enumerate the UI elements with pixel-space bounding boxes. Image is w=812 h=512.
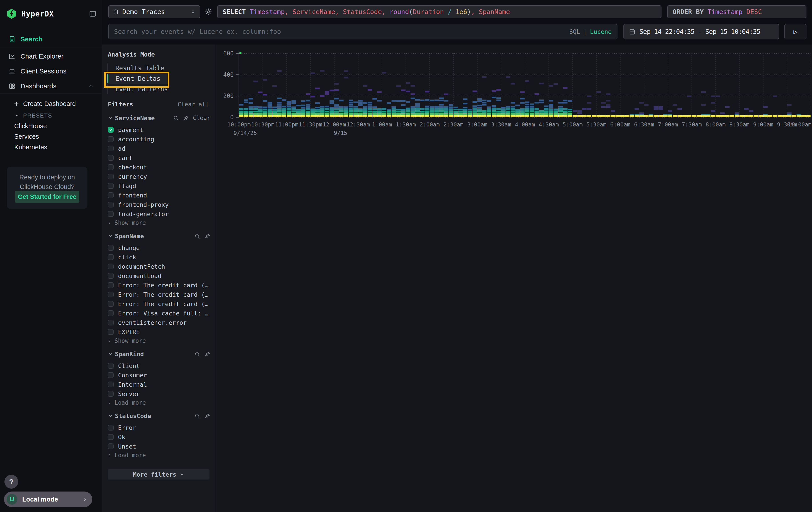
search-icon[interactable] xyxy=(194,413,200,419)
sql-mode-button[interactable]: SQL xyxy=(569,28,580,35)
filter-group-header-spankind[interactable]: SpanKind xyxy=(108,351,210,357)
filter-option-payment[interactable]: payment xyxy=(102,125,215,134)
filter-group-header-statuscode[interactable]: StatusCode xyxy=(108,413,210,419)
checkbox[interactable] xyxy=(108,183,114,189)
svg-text:3:30am: 3:30am xyxy=(491,121,511,128)
sidebar-subitem-kubernetes[interactable]: Kubernetes xyxy=(0,142,102,152)
search-icon[interactable] xyxy=(194,233,200,239)
help-button[interactable]: ? xyxy=(4,475,18,489)
filter-option-label: Error: The credit card (… xyxy=(118,300,208,307)
filter-option-frontend-proxy[interactable]: frontend-proxy xyxy=(102,200,215,209)
run-query-button[interactable]: ▷ xyxy=(784,24,807,39)
filter-group-header-servicename[interactable]: ServiceNameClear xyxy=(108,115,210,121)
filter-option-load-generator[interactable]: load-generator xyxy=(102,209,215,219)
clear-group-button[interactable]: Clear xyxy=(193,115,210,121)
filter-option-cart[interactable]: cart xyxy=(102,153,215,162)
checkbox[interactable] xyxy=(108,301,114,307)
filter-option-server[interactable]: Server xyxy=(102,389,215,399)
filter-option-client[interactable]: Client xyxy=(102,361,215,371)
filter-option-error-the-credit-card-[interactable]: Error: The credit card (… xyxy=(102,290,215,299)
sql-select-input[interactable]: SELECT Timestamp, ServiceName, StatusCod… xyxy=(217,5,662,18)
checkbox[interactable] xyxy=(108,320,114,325)
show-more-spanname[interactable]: Show more xyxy=(102,336,215,345)
checkbox[interactable] xyxy=(108,273,114,279)
data-source-select[interactable]: Demo Traces xyxy=(108,5,200,18)
filter-option-consumer[interactable]: Consumer xyxy=(102,371,215,380)
sidebar-item-client-sessions[interactable]: Client Sessions xyxy=(0,66,102,77)
checkbox[interactable] xyxy=(108,136,114,142)
pin-icon[interactable] xyxy=(183,115,189,121)
analysis-mode-event-deltas[interactable]: Event Deltas xyxy=(107,74,168,84)
checkbox[interactable] xyxy=(108,192,114,198)
filter-group-header-spanname[interactable]: SpanName xyxy=(108,233,210,239)
checkbox[interactable] xyxy=(108,127,114,133)
sidebar-subitem-services[interactable]: Services xyxy=(0,131,102,141)
pin-icon[interactable] xyxy=(204,413,210,419)
checkbox[interactable] xyxy=(108,254,114,260)
checkbox[interactable] xyxy=(108,391,114,397)
checkbox[interactable] xyxy=(108,443,114,449)
checkbox[interactable] xyxy=(108,292,114,297)
checkbox[interactable] xyxy=(108,434,114,440)
pin-icon[interactable] xyxy=(204,233,210,239)
more-filters-button[interactable]: More filters xyxy=(108,469,209,480)
filter-option-accounting[interactable]: accounting xyxy=(102,134,215,144)
checkbox[interactable] xyxy=(108,329,114,335)
checkbox[interactable] xyxy=(108,425,114,431)
filter-option-documentload[interactable]: documentLoad xyxy=(102,271,215,280)
sidebar-item-chart-explorer[interactable]: Chart Explorer xyxy=(0,51,102,62)
filter-option-expire[interactable]: EXPIRE xyxy=(102,327,215,336)
filter-option-frontend[interactable]: frontend xyxy=(102,191,215,200)
checkbox[interactable] xyxy=(108,381,114,387)
show-more-servicename[interactable]: Show more xyxy=(102,219,215,227)
checkbox[interactable] xyxy=(108,211,114,217)
order-by-input[interactable]: ORDER BY Timestamp DESC xyxy=(667,5,807,18)
sidebar-item-search[interactable]: Search xyxy=(0,34,102,45)
checkbox[interactable] xyxy=(108,173,114,180)
filter-option-unset[interactable]: Unset xyxy=(102,442,215,451)
sidebar-subitem-presets[interactable]: PRESETS xyxy=(0,110,102,120)
filter-option-error-the-credit-card-[interactable]: Error: The credit card (… xyxy=(102,280,215,290)
search-input[interactable]: Search your events w/ Lucene ex. column:… xyxy=(108,24,617,39)
filter-option-flagd[interactable]: flagd xyxy=(102,181,215,191)
sidebar-subitem-create-dashboard[interactable]: Create Dashboard xyxy=(0,99,102,109)
show-more-statuscode[interactable]: Load more xyxy=(102,451,215,459)
checkbox[interactable] xyxy=(108,264,114,269)
filter-option-internal[interactable]: Internal xyxy=(102,380,215,389)
checkbox[interactable] xyxy=(108,282,114,288)
pin-icon[interactable] xyxy=(204,351,210,357)
checkbox[interactable] xyxy=(108,372,114,378)
filter-option-eventlistener-error[interactable]: eventListener.error xyxy=(102,318,215,327)
filter-option-error-the-credit-card-[interactable]: Error: The credit card (… xyxy=(102,299,215,308)
filter-option-ad[interactable]: ad xyxy=(102,144,215,153)
checkbox[interactable] xyxy=(108,310,114,316)
filter-option-ok[interactable]: Ok xyxy=(102,432,215,442)
checkbox[interactable] xyxy=(108,164,114,170)
show-more-spankind[interactable]: Load more xyxy=(102,399,215,407)
filter-option-change[interactable]: change xyxy=(102,243,215,252)
filter-option-click[interactable]: click xyxy=(102,252,215,262)
clear-all-button[interactable]: Clear all xyxy=(178,101,209,108)
analysis-mode-event-patterns[interactable]: Event Patterns xyxy=(107,84,168,95)
filter-option-error[interactable]: Error xyxy=(102,423,215,432)
date-range-picker[interactable]: Sep 14 22:04:35 - Sep 15 10:04:35 xyxy=(624,24,779,39)
get-started-button[interactable]: Get Started for Free xyxy=(15,191,79,203)
filter-option-currency[interactable]: currency xyxy=(102,172,215,181)
checkbox[interactable] xyxy=(108,245,114,251)
checkbox[interactable] xyxy=(108,155,114,161)
user-menu[interactable]: U Local mode xyxy=(4,491,92,507)
checkbox[interactable] xyxy=(108,202,114,208)
analysis-mode-results-table[interactable]: Results Table xyxy=(107,63,168,74)
filter-option-checkout[interactable]: checkout xyxy=(102,162,215,172)
sidebar-collapse-icon[interactable] xyxy=(89,10,97,18)
filter-option-error-visa-cache-full-[interactable]: Error: Visa cache full: … xyxy=(102,308,215,318)
filter-option-documentfetch[interactable]: documentFetch xyxy=(102,262,215,271)
sidebar-item-dashboards[interactable]: Dashboards xyxy=(0,81,102,91)
sidebar-subitem-clickhouse[interactable]: ClickHouse xyxy=(0,121,102,131)
search-icon[interactable] xyxy=(194,351,200,357)
checkbox[interactable] xyxy=(108,363,114,369)
search-icon[interactable] xyxy=(173,115,179,121)
lucene-mode-button[interactable]: Lucene xyxy=(590,28,612,35)
checkbox[interactable] xyxy=(108,145,114,152)
source-settings-button[interactable] xyxy=(203,6,214,18)
